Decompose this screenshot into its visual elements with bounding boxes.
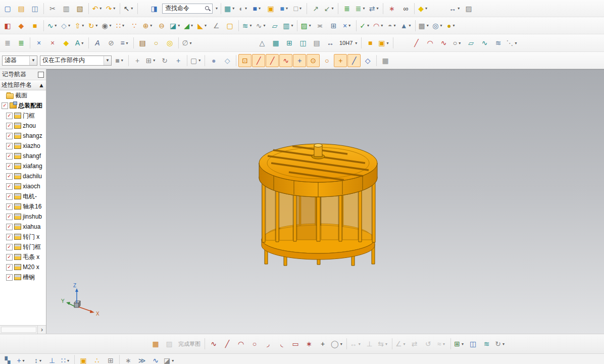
layer-visible-icon[interactable]: ≣▾: [354, 2, 367, 15]
exploded-view-icon[interactable]: ∗: [122, 354, 135, 364]
component-checkbox[interactable]: ✓: [6, 173, 13, 180]
component-checkbox[interactable]: ✓: [6, 113, 13, 119]
component-checkbox[interactable]: ✓: [6, 133, 13, 139]
midpoint-snap-icon[interactable]: ╱: [266, 54, 279, 67]
arc-icon[interactable]: ◠: [234, 337, 247, 350]
component-label[interactable]: 轴承16: [23, 202, 41, 211]
finish-flag-icon[interactable]: ▨: [163, 337, 176, 350]
part-info-icon[interactable]: ◨: [147, 2, 161, 15]
display-constraints-icon[interactable]: ∠▾: [394, 337, 408, 350]
pattern-curve-icon[interactable]: ⊞▾: [453, 337, 466, 350]
convert-reference-icon[interactable]: ⇄: [408, 337, 421, 350]
hscroll-track[interactable]: [1, 327, 36, 333]
wave-link-icon[interactable]: ∿: [149, 354, 162, 364]
datum-plane-icon-caret[interactable]: ▾: [67, 23, 71, 28]
text-icon[interactable]: A▾: [73, 36, 86, 49]
offset-surface-icon-caret[interactable]: ▾: [290, 23, 294, 28]
import-icon-caret[interactable]: ▾: [331, 6, 335, 11]
tree-row[interactable]: ✓xiahua: [0, 222, 46, 232]
loop-curve-icon[interactable]: ○▾: [451, 36, 464, 49]
command-finder[interactable]: [162, 4, 213, 14]
tree-row[interactable]: ✓shangf: [0, 151, 46, 161]
component-checkbox[interactable]: ✓: [6, 254, 13, 261]
component-label[interactable]: 总装配图: [18, 101, 42, 110]
component-label[interactable]: 毛条 x: [23, 253, 39, 262]
spline-curve-icon[interactable]: ∿: [437, 36, 450, 49]
draft-analysis-icon-caret[interactable]: ▾: [408, 23, 412, 28]
tree-row[interactable]: 截面: [0, 90, 46, 100]
chamfer-icon[interactable]: ◣▾: [196, 19, 209, 32]
ellipse-icon-caret[interactable]: ▾: [339, 342, 343, 346]
component-label[interactable]: jinshub: [23, 213, 42, 220]
dimension-arrow-icon[interactable]: ↔: [324, 36, 337, 49]
swept-icon[interactable]: ∿▾: [255, 19, 268, 32]
marquee-select-icon-caret[interactable]: ▾: [197, 58, 202, 63]
loop-curve-icon-caret[interactable]: ▾: [458, 41, 462, 45]
selection-arrow-icon[interactable]: ↖▾: [122, 2, 135, 15]
section-hatch-icon[interactable]: ▨: [462, 2, 475, 15]
circle-icon[interactable]: ○: [248, 337, 261, 350]
sheet-list-icon[interactable]: ≣: [1, 36, 14, 49]
tree-row[interactable]: ✓xiafang: [0, 161, 46, 171]
tree-row[interactable]: ✓总装配图: [0, 100, 46, 111]
materials-icon[interactable]: ▤: [136, 36, 149, 49]
component-checkbox[interactable]: ✓: [6, 143, 13, 149]
component-label[interactable]: M20 x: [23, 264, 39, 271]
chamfer-icon-caret[interactable]: ▾: [204, 23, 208, 28]
arc-curve-icon[interactable]: ◠: [424, 36, 437, 49]
reflect-analysis-icon-caret[interactable]: ▾: [392, 23, 396, 28]
draft-triangle-icon[interactable]: △: [256, 36, 269, 49]
sketch-icon-caret[interactable]: ▾: [54, 23, 58, 28]
true-shading-icon-caret[interactable]: ▾: [452, 23, 456, 28]
window-layout-icon[interactable]: ▦▾: [223, 2, 236, 15]
tree-row[interactable]: ✓zhou: [0, 121, 46, 131]
grid-icon[interactable]: ▦: [269, 36, 282, 49]
component-checkbox[interactable]: ✓: [6, 123, 13, 129]
component-label[interactable]: 截面: [15, 91, 27, 100]
make-symmetric-icon-caret[interactable]: ▾: [384, 342, 388, 346]
pattern-component-icon-caret[interactable]: ▾: [66, 358, 70, 363]
revolving-door-model[interactable]: [259, 143, 377, 266]
undo-icon[interactable]: ↶▾: [91, 2, 104, 15]
assembly-cube-icon[interactable]: ■▾: [113, 54, 126, 67]
erase-icon[interactable]: ⊘: [105, 36, 118, 49]
note-icon[interactable]: ▤: [310, 36, 323, 49]
component-checkbox[interactable]: ✓: [6, 183, 13, 190]
list-icon[interactable]: ≡▾: [118, 36, 131, 49]
wcs-triad[interactable]: Z X Y: [61, 283, 99, 317]
visualization-icon[interactable]: ∗: [385, 2, 398, 15]
grid-snap-icon[interactable]: ▦: [379, 54, 392, 67]
measure-icon[interactable]: ↔▾: [448, 2, 462, 15]
x-form-icon-caret[interactable]: ▾: [347, 23, 351, 28]
surface-patch-icon[interactable]: ▱: [465, 36, 478, 49]
finish-sketch-label[interactable]: 完成草图: [176, 337, 203, 350]
scene-settings-icon[interactable]: ▩▾: [418, 19, 431, 32]
tree-row[interactable]: ✓转门框: [0, 242, 46, 252]
tree-row[interactable]: ✓门框: [0, 111, 46, 121]
3d-viewport[interactable]: Z X Y: [46, 69, 604, 334]
sphere-set-icon[interactable]: ∵: [128, 19, 141, 32]
fillet-icon[interactable]: ◞: [262, 337, 275, 350]
search-input[interactable]: [164, 5, 205, 13]
user-tool-icon[interactable]: ◆: [15, 19, 28, 32]
solid-cube-icon[interactable]: ■: [364, 36, 377, 49]
snap-move-icon[interactable]: +: [172, 54, 185, 67]
shaded-sphere-icon[interactable]: ●: [207, 54, 220, 67]
pattern-component-icon[interactable]: ∷▾: [59, 354, 72, 364]
alternate-solution-icon[interactable]: ↺: [422, 337, 435, 350]
endpoint-snap-icon[interactable]: ╱: [252, 54, 265, 67]
assembly-constraints-icon[interactable]: ⊥: [45, 354, 59, 364]
tree-row[interactable]: ✓dachilu: [0, 171, 46, 181]
washer-icon[interactable]: ◎: [163, 36, 176, 49]
search-icon[interactable]: [205, 6, 211, 12]
component-label[interactable]: 电机-: [23, 192, 37, 201]
material-icon-caret[interactable]: ▾: [424, 6, 428, 11]
enable-snap-icon[interactable]: ⊡: [238, 54, 251, 67]
show-hide-icon-caret[interactable]: ▾: [258, 6, 262, 11]
existing-point-snap-icon[interactable]: +: [334, 54, 347, 67]
sort-arrow-icon[interactable]: ▲: [38, 82, 44, 89]
tree-row[interactable]: ✓槽钢: [0, 272, 46, 282]
search-caret[interactable]: ▾: [215, 6, 219, 11]
patch-icon-caret[interactable]: ▾: [308, 23, 312, 28]
sketch-icon[interactable]: ∿▾: [46, 19, 59, 32]
